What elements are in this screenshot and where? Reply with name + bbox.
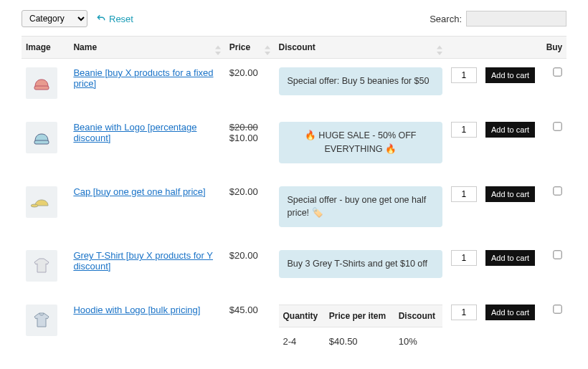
col-header-name[interactable]: Name [69, 37, 224, 59]
table-row: Cap [buy one get one half price]$20.00Sp… [22, 178, 566, 242]
buy-checkbox[interactable] [553, 186, 561, 195]
offer-box: Special offer - buy one get one half pri… [279, 186, 442, 228]
search-input[interactable] [466, 11, 566, 27]
price: $45.00 [229, 305, 270, 315]
tshirt-icon [31, 255, 52, 277]
add-to-cart-button[interactable]: Add to cart [485, 67, 535, 83]
qty-input[interactable] [451, 305, 477, 320]
reset-label: Reset [109, 14, 133, 24]
bulk-col-disc: Discount [394, 305, 442, 327]
add-to-cart-button[interactable]: Add to cart [485, 305, 535, 320]
products-table: Image Name Price Discount Buy Beanie [bu… [22, 36, 566, 369]
beanie-pink-icon [31, 72, 52, 94]
col-header-price[interactable]: Price [225, 37, 275, 59]
offer-box: 🔥 HUGE SALE - 50% OFF EVERYTHING 🔥 [279, 122, 442, 163]
table-row: Beanie with Logo [percentage discount]$2… [22, 113, 566, 178]
product-thumb[interactable] [26, 67, 57, 99]
reset-link[interactable]: Reset [96, 14, 133, 24]
price: $20.00 [229, 186, 270, 197]
bulk-pricing-table: Quantity Price per item Discount 2-4 $40… [279, 305, 442, 369]
undo-icon [96, 14, 106, 24]
col-header-image[interactable]: Image [22, 37, 69, 59]
product-link[interactable]: Hoodie with Logo [bulk pricing] [73, 305, 200, 315]
add-to-cart-button[interactable]: Add to cart [485, 250, 535, 266]
col-header-add [481, 37, 542, 59]
qty-input[interactable] [451, 67, 477, 83]
price: $10.00 [229, 133, 270, 143]
product-link[interactable]: Grey T-Shirt [buy X products for Y disco… [73, 250, 213, 272]
table-row: Grey T-Shirt [buy X products for Y disco… [22, 241, 566, 296]
product-thumb[interactable] [26, 305, 57, 336]
table-row: Beanie [buy X products for a fixed price… [22, 59, 566, 114]
add-to-cart-button[interactable]: Add to cart [485, 122, 535, 138]
bulk-row: 5-9 $36.00 20% [279, 361, 442, 369]
offer-box: Buy 3 Grey T-Shirts and get $10 off [279, 250, 442, 278]
bulk-row: 2-4 $40.50 10% [279, 327, 442, 362]
qty-input[interactable] [451, 186, 477, 202]
toolbar-left: Category Reset [22, 10, 133, 27]
bulk-col-ppi: Price per item [325, 305, 394, 327]
qty-input[interactable] [451, 122, 477, 138]
col-header-qty [447, 37, 481, 59]
product-thumb[interactable] [26, 186, 57, 218]
price: $20.00 [229, 250, 270, 261]
price: $20.00 [229, 67, 270, 78]
search-label: Search: [430, 14, 462, 24]
add-to-cart-button[interactable]: Add to cart [485, 186, 535, 202]
toolbar: Category Reset Search: [22, 10, 566, 27]
buy-checkbox[interactable] [553, 67, 561, 76]
product-thumb[interactable] [26, 122, 57, 153]
buy-checkbox[interactable] [553, 122, 561, 130]
product-thumb[interactable] [26, 250, 57, 282]
beanie-blue-icon [31, 127, 52, 148]
buy-checkbox[interactable] [553, 250, 561, 259]
col-header-buy[interactable]: Buy [542, 37, 566, 59]
buy-checkbox[interactable] [553, 305, 561, 313]
col-header-discount[interactable]: Discount [275, 37, 447, 59]
hoodie-icon [31, 310, 52, 331]
cap-icon [31, 191, 52, 213]
toolbar-right: Search: [430, 11, 566, 27]
bulk-col-qty: Quantity [279, 305, 325, 327]
qty-input[interactable] [451, 250, 477, 266]
offer-box: Special offer: Buy 5 beanies for $50 [279, 67, 442, 95]
product-link[interactable]: Cap [buy one get one half price] [73, 186, 205, 197]
category-select[interactable]: Category [22, 10, 87, 27]
price-old: $20.00 [229, 122, 270, 133]
product-link[interactable]: Beanie [buy X products for a fixed price… [73, 67, 213, 89]
table-row: Hoodie with Logo [bulk pricing]$45.00 Qu… [22, 296, 566, 369]
product-link[interactable]: Beanie with Logo [percentage discount] [73, 122, 196, 143]
